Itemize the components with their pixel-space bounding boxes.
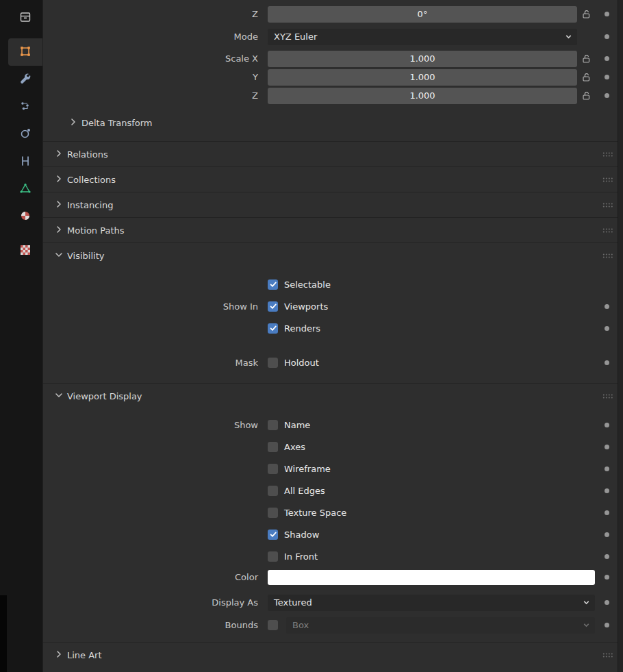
display-as-dropdown[interactable]: Textured xyxy=(268,595,595,611)
all-edges-checkbox[interactable] xyxy=(268,486,278,496)
animate-decorator[interactable] xyxy=(605,34,609,39)
panel-line-art[interactable]: Line Art xyxy=(43,642,618,667)
field-row-scale-x: Scale X 1.000 xyxy=(43,50,618,67)
show-label: Show xyxy=(43,420,268,430)
row-show-in-renders: Renders xyxy=(43,317,618,339)
panel-collections[interactable]: Collections xyxy=(43,166,618,192)
drag-handle-icon[interactable] xyxy=(602,251,613,261)
color-label: Color xyxy=(43,572,268,582)
texture-space-label: Texture Space xyxy=(284,508,346,518)
wireframe-checkbox[interactable] xyxy=(268,464,278,474)
tab-modifier-properties[interactable] xyxy=(8,66,42,93)
material-icon xyxy=(18,209,32,225)
tab-physics-properties[interactable] xyxy=(8,121,42,148)
holdout-checkbox[interactable] xyxy=(268,358,278,368)
animate-decorator[interactable] xyxy=(605,600,609,605)
panel-label: Viewport Display xyxy=(67,391,142,401)
subpanel-delta-transform[interactable]: Delta Transform xyxy=(43,114,618,132)
chevron-right-icon xyxy=(68,116,79,129)
properties-tab-bar xyxy=(0,0,42,672)
animate-decorator[interactable] xyxy=(605,360,609,365)
tab-material-properties[interactable] xyxy=(8,203,42,230)
panel-relations[interactable]: Relations xyxy=(43,141,618,166)
viewports-checkbox[interactable] xyxy=(268,301,278,312)
drag-handle-icon[interactable] xyxy=(602,175,613,185)
tab-particle-properties[interactable] xyxy=(8,93,42,121)
unlock-icon xyxy=(581,72,592,82)
scale-y-lock[interactable] xyxy=(577,72,595,82)
wrench-icon xyxy=(18,72,32,88)
animate-decorator[interactable] xyxy=(605,510,609,515)
unlock-icon xyxy=(581,9,592,19)
animate-decorator[interactable] xyxy=(605,488,609,493)
panel-visibility[interactable]: Visibility xyxy=(43,242,618,268)
scale-z-lock[interactable] xyxy=(577,90,595,101)
animate-decorator[interactable] xyxy=(605,423,609,427)
animate-decorator[interactable] xyxy=(605,575,609,580)
animate-decorator[interactable] xyxy=(605,466,609,471)
selectable-checkbox[interactable] xyxy=(268,279,278,290)
animate-decorator[interactable] xyxy=(605,12,609,16)
drag-handle-icon[interactable] xyxy=(602,149,613,160)
in-front-label: In Front xyxy=(284,551,318,562)
panel-label: Line Art xyxy=(67,650,102,660)
in-front-checkbox[interactable] xyxy=(268,551,278,562)
rotation-mode-dropdown[interactable]: XYZ Euler xyxy=(268,29,577,45)
particles-icon xyxy=(18,99,32,115)
panel-instancing[interactable]: Instancing xyxy=(43,192,618,217)
tab-texture-properties[interactable] xyxy=(8,237,42,264)
chevron-right-icon xyxy=(53,173,64,186)
drag-handle-icon[interactable] xyxy=(602,391,613,401)
panel-motion-paths[interactable]: Motion Paths xyxy=(43,217,618,242)
texture-space-checkbox[interactable] xyxy=(268,508,278,518)
animate-decorator[interactable] xyxy=(605,93,609,98)
animate-decorator[interactable] xyxy=(605,326,609,331)
viewports-label: Viewports xyxy=(284,301,328,312)
editor-type-selector[interactable] xyxy=(8,4,42,32)
scrollbar[interactable] xyxy=(618,0,623,672)
scale-z-field[interactable]: 1.000 xyxy=(268,88,577,104)
row-show-in-front: In Front xyxy=(43,545,618,567)
rotation-mode-label: Mode xyxy=(43,32,268,42)
row-show-all-edges: All Edges xyxy=(43,480,618,501)
physics-icon xyxy=(18,127,32,142)
field-row-display-as: Display As Textured xyxy=(43,594,618,611)
name-label: Name xyxy=(284,420,310,430)
scale-y-field[interactable]: 1.000 xyxy=(268,69,577,86)
rotation-z-field[interactable]: 0° xyxy=(268,6,577,23)
tab-object-properties[interactable] xyxy=(8,38,42,66)
scale-x-field[interactable]: 1.000 xyxy=(268,51,577,67)
shadow-checkbox[interactable] xyxy=(268,530,278,540)
chevron-down-icon xyxy=(53,390,64,403)
animate-decorator[interactable] xyxy=(605,532,609,537)
axes-checkbox[interactable] xyxy=(268,442,278,452)
rotation-z-lock[interactable] xyxy=(577,9,595,19)
animate-decorator[interactable] xyxy=(605,304,609,309)
chevron-right-icon xyxy=(53,649,64,662)
tab-object-data-properties[interactable] xyxy=(8,175,42,203)
scale-x-lock[interactable] xyxy=(577,53,595,64)
animate-decorator[interactable] xyxy=(605,56,609,61)
animate-decorator[interactable] xyxy=(605,75,609,79)
name-checkbox[interactable] xyxy=(268,420,278,430)
scale-y-label: Y xyxy=(43,72,268,82)
panel-viewport-display[interactable]: Viewport Display xyxy=(43,383,618,408)
texture-icon xyxy=(18,243,32,259)
drag-handle-icon[interactable] xyxy=(602,650,613,660)
drag-handle-icon[interactable] xyxy=(602,225,613,236)
display-as-label: Display As xyxy=(43,597,268,608)
object-data-icon xyxy=(18,182,32,197)
scale-z-label: Z xyxy=(43,90,268,101)
panel-label: Relations xyxy=(67,149,108,160)
color-swatch[interactable] xyxy=(268,570,595,585)
bounds-checkbox[interactable] xyxy=(268,620,278,630)
blender-properties-editor: Z 0° Mode XYZ Euler xyxy=(0,0,623,672)
animate-decorator[interactable] xyxy=(605,623,609,627)
object-properties-panel: Z 0° Mode XYZ Euler xyxy=(42,0,623,672)
animate-decorator[interactable] xyxy=(605,554,609,559)
tab-constraint-properties[interactable] xyxy=(8,148,42,175)
animate-decorator[interactable] xyxy=(605,445,609,449)
renders-checkbox[interactable] xyxy=(268,323,278,334)
object-icon xyxy=(18,45,32,60)
drag-handle-icon[interactable] xyxy=(602,200,613,210)
